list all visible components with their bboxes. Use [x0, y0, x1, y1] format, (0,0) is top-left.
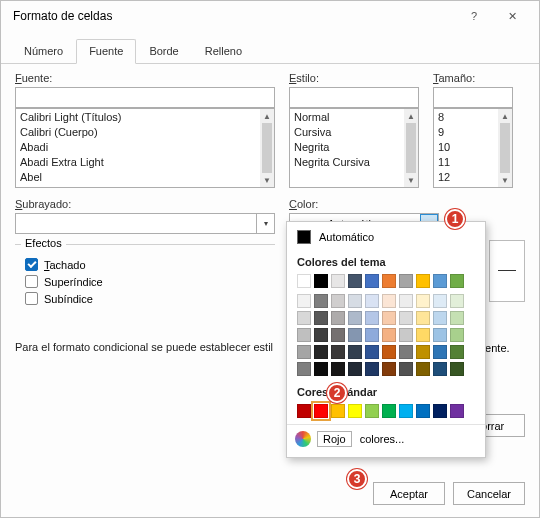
list-item[interactable]: Negrita — [294, 140, 400, 155]
subscript-checkbox[interactable] — [25, 292, 38, 305]
color-swatch[interactable] — [382, 362, 396, 376]
scrollbar[interactable]: ▲ ▼ — [498, 109, 512, 187]
list-item[interactable]: 9 — [438, 125, 494, 140]
color-swatch[interactable] — [348, 345, 362, 359]
color-swatch[interactable] — [297, 404, 311, 418]
scroll-down-icon[interactable]: ▼ — [498, 173, 512, 187]
color-automatic-row[interactable]: Automático — [287, 226, 485, 248]
color-swatch[interactable] — [365, 311, 379, 325]
scroll-thumb[interactable] — [406, 123, 416, 173]
color-swatch[interactable] — [399, 362, 413, 376]
color-swatch[interactable] — [331, 294, 345, 308]
color-swatch[interactable] — [331, 274, 345, 288]
color-swatch[interactable] — [382, 345, 396, 359]
color-swatch[interactable] — [450, 294, 464, 308]
color-swatch[interactable] — [297, 345, 311, 359]
list-item[interactable]: 14 — [438, 185, 494, 188]
color-swatch[interactable] — [450, 345, 464, 359]
scroll-down-icon[interactable]: ▼ — [404, 173, 418, 187]
color-swatch[interactable] — [416, 274, 430, 288]
color-swatch[interactable] — [416, 404, 430, 418]
scroll-down-icon[interactable]: ▼ — [260, 173, 274, 187]
color-swatch[interactable] — [382, 274, 396, 288]
color-swatch[interactable] — [331, 362, 345, 376]
color-swatch[interactable] — [433, 274, 447, 288]
color-swatch[interactable] — [314, 404, 328, 418]
color-swatch[interactable] — [297, 274, 311, 288]
color-swatch[interactable] — [348, 294, 362, 308]
chevron-down-icon[interactable]: ▾ — [256, 214, 274, 233]
color-swatch[interactable] — [450, 311, 464, 325]
color-swatch[interactable] — [365, 328, 379, 342]
color-swatch[interactable] — [297, 311, 311, 325]
list-item[interactable]: Negrita Cursiva — [294, 155, 400, 170]
color-swatch[interactable] — [382, 311, 396, 325]
tab-borde[interactable]: Borde — [136, 39, 191, 63]
color-swatch[interactable] — [382, 404, 396, 418]
color-swatch[interactable] — [416, 345, 430, 359]
color-swatch[interactable] — [348, 404, 362, 418]
color-swatch[interactable] — [450, 328, 464, 342]
color-swatch[interactable] — [399, 404, 413, 418]
color-swatch[interactable] — [433, 311, 447, 325]
size-input[interactable] — [433, 87, 513, 108]
color-swatch[interactable] — [433, 362, 447, 376]
color-swatch[interactable] — [365, 294, 379, 308]
color-swatch[interactable] — [416, 294, 430, 308]
scroll-up-icon[interactable]: ▲ — [404, 109, 418, 123]
tab-relleno[interactable]: Relleno — [192, 39, 255, 63]
list-item[interactable]: 12 — [438, 170, 494, 185]
color-swatch[interactable] — [348, 311, 362, 325]
color-swatch[interactable] — [450, 404, 464, 418]
color-swatch[interactable] — [416, 311, 430, 325]
tab-numero[interactable]: Número — [11, 39, 76, 63]
style-input[interactable] — [289, 87, 419, 108]
list-item[interactable]: 10 — [438, 140, 494, 155]
color-swatch[interactable] — [399, 311, 413, 325]
list-item[interactable]: Abadi Extra Light — [20, 155, 256, 170]
more-colors-row[interactable]: Rojo colores... — [287, 424, 485, 449]
color-swatch[interactable] — [348, 362, 362, 376]
color-swatch[interactable] — [331, 328, 345, 342]
list-item[interactable]: Cursiva — [294, 125, 400, 140]
scrollbar[interactable]: ▲ ▼ — [404, 109, 418, 187]
color-swatch[interactable] — [416, 328, 430, 342]
cancel-button[interactable]: Cancelar — [453, 482, 525, 505]
color-swatch[interactable] — [365, 345, 379, 359]
color-swatch[interactable] — [365, 362, 379, 376]
scroll-up-icon[interactable]: ▲ — [260, 109, 274, 123]
color-swatch[interactable] — [399, 274, 413, 288]
help-icon[interactable]: ? — [455, 3, 493, 29]
color-swatch[interactable] — [382, 328, 396, 342]
list-item[interactable]: Calibri Light (Títulos) — [20, 110, 256, 125]
size-listbox[interactable]: 8 9 10 11 12 14 ▲ ▼ — [433, 108, 513, 188]
font-input[interactable] — [15, 87, 275, 108]
scrollbar[interactable]: ▲ ▼ — [260, 109, 274, 187]
close-icon[interactable]: ✕ — [493, 3, 531, 29]
color-swatch[interactable] — [314, 274, 328, 288]
strikethrough-checkbox[interactable] — [25, 258, 38, 271]
color-swatch[interactable] — [297, 294, 311, 308]
scroll-up-icon[interactable]: ▲ — [498, 109, 512, 123]
ok-button[interactable]: Aceptar — [373, 482, 445, 505]
list-item[interactable]: Abril Fatface — [20, 185, 256, 188]
color-swatch[interactable] — [399, 328, 413, 342]
list-item[interactable]: Calibri (Cuerpo) — [20, 125, 256, 140]
color-swatch[interactable] — [399, 294, 413, 308]
color-swatch[interactable] — [314, 345, 328, 359]
color-swatch[interactable] — [382, 294, 396, 308]
color-swatch[interactable] — [331, 404, 345, 418]
color-swatch[interactable] — [433, 294, 447, 308]
color-swatch[interactable] — [331, 311, 345, 325]
list-item[interactable]: Abadi — [20, 140, 256, 155]
color-swatch[interactable] — [348, 328, 362, 342]
superscript-checkbox[interactable] — [25, 275, 38, 288]
color-swatch[interactable] — [331, 345, 345, 359]
list-item[interactable]: Abel — [20, 170, 256, 185]
color-swatch[interactable] — [297, 328, 311, 342]
list-item[interactable]: 11 — [438, 155, 494, 170]
color-swatch[interactable] — [433, 345, 447, 359]
scroll-thumb[interactable] — [500, 123, 510, 173]
color-swatch[interactable] — [348, 274, 362, 288]
color-swatch[interactable] — [314, 362, 328, 376]
